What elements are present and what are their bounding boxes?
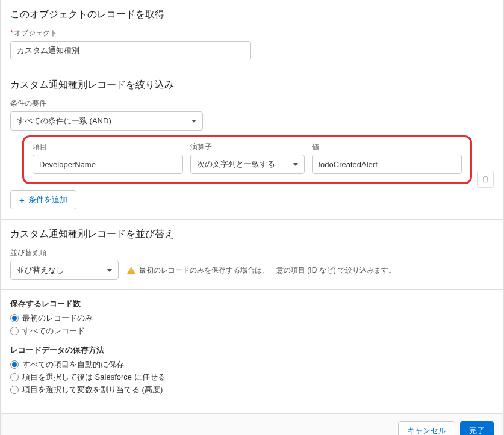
radio-icon [10,314,19,322]
object-select[interactable]: カスタム通知種別 [10,41,251,60]
object-select-value: カスタム通知種別 [17,45,79,56]
condition-req-label: 条件の要件 [10,99,494,109]
section-title-filter: カスタム通知種別レコードを絞り込み [10,79,494,91]
add-condition-button[interactable]: + 条件を追加 [10,190,76,209]
condition-operator-select[interactable]: 次の文字列と一致する [190,155,305,174]
chevron-down-icon [107,269,112,272]
radio-icon [10,327,19,335]
store-method-group: すべての項目を自動的に保存 項目を選択して後は Salesforce に任せる … [10,359,494,395]
radio-icon [10,373,19,381]
store-method-option-auto[interactable]: すべての項目を自動的に保存 [10,359,494,370]
column-header-value: 値 [312,142,462,152]
add-condition-label: 条件を追加 [28,194,67,205]
sort-order-label: 並び替え順 [10,248,494,258]
column-header-operator: 演算子 [190,142,305,152]
delete-condition-button[interactable] [477,171,494,188]
chevron-down-icon [293,163,298,166]
condition-req-value: すべての条件に一致 (AND) [17,116,111,126]
chevron-down-icon [191,120,196,123]
radio-icon [10,360,19,369]
section-title-get: このオブジェクトのレコードを取得 [10,8,494,21]
store-count-option-all[interactable]: すべてのレコード [10,325,494,336]
radio-label: すべての項目を自動的に保存 [22,359,124,370]
sort-order-value: 並び替えなし [17,265,64,276]
radio-label: 最初のレコードのみ [22,313,93,324]
condition-value-input[interactable] [312,155,462,174]
plus-icon: + [19,195,25,205]
sort-warning-text: 最初のレコードのみを保存する場合は、一意の項目 (ID など) で絞り込みます。 [139,265,396,276]
cancel-button[interactable]: キャンセル [398,421,455,435]
condition-req-select[interactable]: すべての条件に一致 (AND) [10,111,203,131]
warning-icon [127,267,135,274]
radio-label: 項目を選択して変数を割り当てる (高度) [22,384,163,395]
store-count-label: 保存するレコード数 [10,298,494,309]
trash-icon [481,175,490,184]
store-method-option-advanced[interactable]: 項目を選択して変数を割り当てる (高度) [10,384,494,395]
condition-row: 項目 演算子 次の文字列と一致する 値 [22,135,472,184]
condition-field-input[interactable] [33,155,183,174]
radio-icon [10,386,19,394]
radio-label: 項目を選択して後は Salesforce に任せる [22,372,166,383]
sort-order-select[interactable]: 並び替えなし [10,261,119,280]
column-header-field: 項目 [33,142,183,152]
done-button[interactable]: 完了 [460,421,494,435]
store-method-label: レコードデータの保存方法 [10,345,494,356]
store-method-option-salesforce[interactable]: 項目を選択して後は Salesforce に任せる [10,372,494,383]
radio-label: すべてのレコード [22,325,85,336]
condition-operator-value: 次の文字列と一致する [197,159,275,170]
object-label: オブジェクト [10,28,494,39]
section-title-sort: カスタム通知種別レコードを並び替え [10,228,494,241]
store-count-group: 最初のレコードのみ すべてのレコード [10,313,494,336]
sort-warning: 最初のレコードのみを保存する場合は、一意の項目 (ID など) で絞り込みます。 [127,265,396,276]
store-count-option-first[interactable]: 最初のレコードのみ [10,313,494,324]
